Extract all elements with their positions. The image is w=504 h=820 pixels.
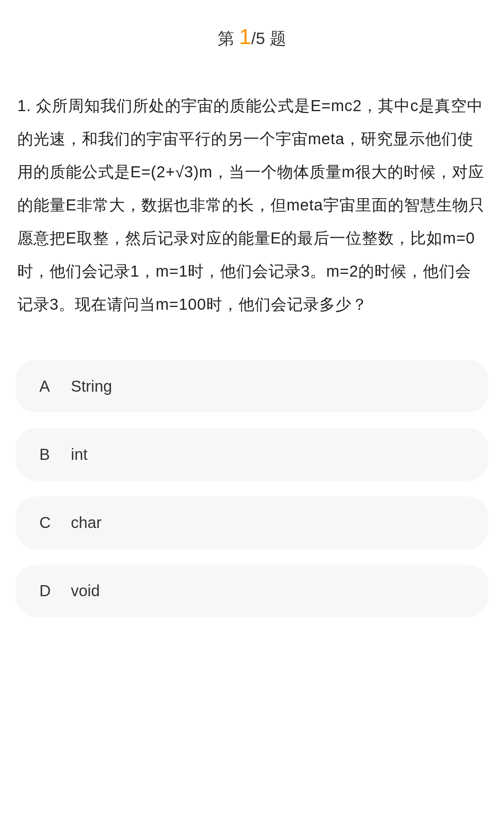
option-text: String	[71, 377, 112, 395]
option-letter: D	[39, 582, 71, 600]
option-b[interactable]: B int	[16, 428, 488, 481]
options-list: A String B int C char D void	[16, 360, 488, 617]
option-text: int	[71, 446, 87, 463]
question-text: 1. 众所周知我们所处的宇宙的质能公式是E=mc2，其中c是真空中的光速，和我们…	[16, 89, 488, 321]
progress-total: /5 题	[251, 29, 286, 48]
option-d[interactable]: D void	[16, 565, 488, 617]
progress-indicator: 第 1/5 题	[16, 24, 488, 50]
question-body: 众所周知我们所处的宇宙的质能公式是E=mc2，其中c是真空中的光速，和我们的宇宙…	[17, 97, 485, 313]
progress-prefix: 第	[218, 29, 239, 48]
option-a[interactable]: A String	[16, 360, 488, 413]
option-letter: A	[39, 377, 71, 395]
option-letter: B	[39, 446, 71, 463]
progress-current-number: 1	[239, 24, 251, 49]
option-text: void	[71, 582, 100, 600]
option-text: char	[71, 514, 102, 532]
question-number: 1.	[17, 97, 36, 114]
option-c[interactable]: C char	[16, 496, 488, 549]
option-letter: C	[39, 514, 71, 532]
